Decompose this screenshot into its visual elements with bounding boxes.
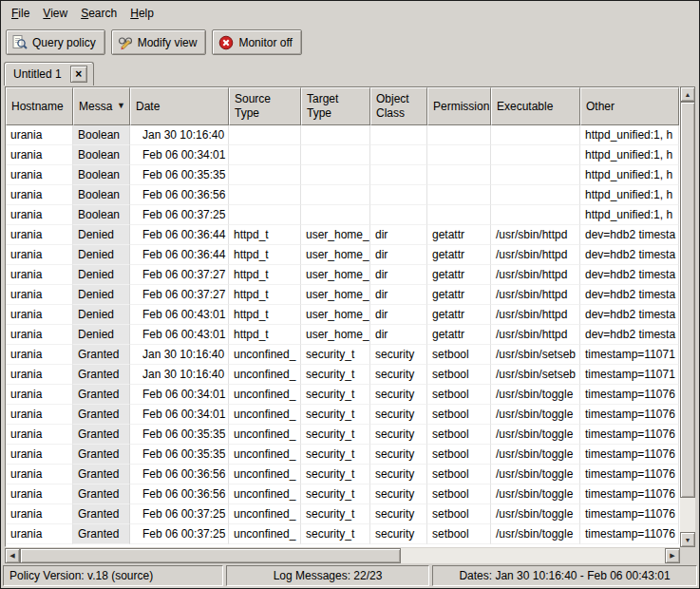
table-row[interactable]: uraniaDeniedFeb 06 00:36:44httpd_tuser_h… (6, 245, 679, 265)
table-row[interactable]: uraniaBooleanFeb 06 00:36:56httpd_unifie… (6, 185, 679, 205)
cell-permission: getattr (427, 305, 491, 325)
column-header-other[interactable]: Other (580, 87, 679, 125)
cell-source-type (229, 145, 301, 165)
menu-help[interactable]: Help (123, 4, 161, 23)
cell-executable: /usr/sbin/setseb (491, 345, 580, 365)
table-row[interactable]: uraniaBooleanFeb 06 00:34:01httpd_unifie… (6, 145, 679, 165)
table-row[interactable]: uraniaDeniedFeb 06 00:37:27httpd_tuser_h… (6, 285, 679, 305)
menu-file[interactable]: File (5, 4, 36, 23)
table-row[interactable]: uraniaGrantedFeb 06 00:37:25unconfined_s… (6, 524, 679, 544)
cell-hostname: urania (6, 365, 73, 385)
tab-untitled-1[interactable]: Untitled 1 × (4, 62, 94, 86)
cell-executable: /usr/sbin/httpd (491, 245, 580, 265)
table-row[interactable]: uraniaBooleanJan 30 10:16:40httpd_unifie… (6, 125, 679, 145)
cell-date: Feb 06 00:37:27 (130, 285, 229, 305)
table-row[interactable]: uraniaDeniedFeb 06 00:43:01httpd_tuser_h… (6, 325, 679, 345)
column-header-message[interactable]: Messa▼ (73, 87, 130, 125)
tab-close-button[interactable]: × (70, 66, 87, 83)
table-row[interactable]: uraniaGrantedFeb 06 00:34:01unconfined_s… (6, 405, 679, 425)
cell-permission (427, 185, 491, 205)
column-header-object-class[interactable]: Object Class (370, 87, 427, 125)
cell-object-class (370, 145, 427, 165)
cell-executable: /usr/sbin/httpd (491, 265, 580, 285)
cell-source-type (229, 205, 301, 225)
cell-object-class: security (370, 365, 427, 385)
cell-date: Feb 06 00:35:35 (130, 165, 229, 185)
cell-executable (491, 125, 580, 145)
cell-other: timestamp=11076 (580, 425, 679, 445)
cell-other: timestamp=11076 (580, 484, 679, 504)
cell-executable: /usr/sbin/toggle (491, 465, 580, 484)
scroll-up-button[interactable]: ▲ (680, 86, 695, 102)
cell-object-class: security (370, 484, 427, 504)
table-row[interactable]: uraniaGrantedFeb 06 00:34:01unconfined_s… (6, 385, 679, 405)
cell-object-class: dir (370, 245, 427, 265)
cell-hostname: urania (6, 145, 73, 165)
column-header-permission[interactable]: Permission (427, 87, 491, 125)
cell-source-type (229, 185, 301, 205)
modify-view-button[interactable]: Modify view (111, 29, 207, 55)
cell-executable: /usr/sbin/setseb (491, 365, 580, 385)
log-messages-text: Log Messages: 22/23 (274, 569, 383, 582)
cell-date: Jan 30 10:16:40 (130, 125, 229, 145)
column-label: Executable (497, 100, 553, 113)
table-row[interactable]: uraniaDeniedFeb 06 00:37:27httpd_tuser_h… (6, 265, 679, 285)
table-row[interactable]: uraniaDeniedFeb 06 00:43:01httpd_tuser_h… (6, 305, 679, 325)
scrollbar-corner (680, 548, 695, 563)
column-header-executable[interactable]: Executable (491, 87, 580, 125)
vertical-scroll-thumb[interactable] (680, 102, 695, 498)
cell-hostname: urania (6, 524, 73, 544)
cell-other: httpd_unified:1, h (580, 145, 679, 165)
monitor-off-button[interactable]: Monitor off (212, 29, 301, 55)
menu-search[interactable]: Search (74, 4, 123, 23)
table-row[interactable]: uraniaDeniedFeb 06 00:36:44httpd_tuser_h… (6, 225, 679, 245)
cell-target-type: security_t (301, 425, 370, 445)
cell-message: Granted (73, 405, 130, 425)
column-header-source-type[interactable]: Source Type (229, 87, 301, 125)
vertical-scroll-track[interactable] (680, 102, 695, 532)
table-row[interactable]: uraniaBooleanFeb 06 00:35:35httpd_unifie… (6, 165, 679, 185)
scroll-down-button[interactable]: ▼ (680, 532, 695, 547)
cell-permission: getattr (427, 225, 491, 245)
horizontal-scroll-thumb[interactable] (20, 548, 401, 563)
table-row[interactable]: uraniaGrantedFeb 06 00:35:35unconfined_s… (6, 425, 679, 445)
cell-other: dev=hdb2 timesta (580, 265, 679, 285)
column-header-hostname[interactable]: Hostname (6, 87, 73, 125)
cell-source-type: unconfined_ (229, 465, 301, 484)
column-header-date[interactable]: Date (130, 87, 229, 125)
cell-message: Boolean (73, 165, 130, 185)
horizontal-scroll-track[interactable] (20, 548, 665, 563)
cell-target-type: security_t (301, 465, 370, 484)
table-row[interactable]: uraniaGrantedFeb 06 00:37:25unconfined_s… (6, 504, 679, 524)
cell-object-class (370, 165, 427, 185)
table-row[interactable]: uraniaGrantedJan 30 10:16:40unconfined_s… (6, 365, 679, 385)
query-policy-button[interactable]: Query policy (6, 29, 105, 55)
table-row[interactable]: uraniaGrantedFeb 06 00:36:56unconfined_s… (6, 484, 679, 504)
scroll-left-button[interactable]: ◀ (5, 548, 20, 563)
horizontal-scrollbar[interactable]: ◀ ▶ (5, 548, 680, 563)
cell-source-type: unconfined_ (229, 484, 301, 504)
cell-hostname: urania (6, 325, 73, 345)
cell-source-type: unconfined_ (229, 504, 301, 524)
cell-object-class: security (370, 445, 427, 465)
column-header-target-type[interactable]: Target Type (301, 87, 370, 125)
cell-source-type: httpd_t (229, 225, 301, 245)
cell-other: dev=hdb2 timesta (580, 245, 679, 265)
cell-date: Feb 06 00:35:35 (130, 445, 229, 465)
menu-view[interactable]: View (36, 4, 74, 23)
table-row[interactable]: uraniaBooleanFeb 06 00:37:25httpd_unifie… (6, 205, 679, 225)
cell-permission: setbool (427, 385, 491, 405)
cell-date: Feb 06 00:37:25 (130, 205, 229, 225)
table-row[interactable]: uraniaGrantedJan 30 10:16:40unconfined_s… (6, 345, 679, 365)
cell-target-type: user_home_ (301, 285, 370, 305)
column-label: Permission (433, 100, 489, 113)
vertical-scrollbar[interactable]: ▲ ▼ (680, 86, 695, 547)
table-row[interactable]: uraniaGrantedFeb 06 00:36:56unconfined_s… (6, 465, 679, 484)
cell-source-type: unconfined_ (229, 445, 301, 465)
table-row[interactable]: uraniaGrantedFeb 06 00:35:35unconfined_s… (6, 445, 679, 465)
cell-target-type: security_t (301, 504, 370, 524)
cell-target-type: user_home_ (301, 245, 370, 265)
cell-source-type: httpd_t (229, 285, 301, 305)
cell-hostname: urania (6, 484, 73, 504)
scroll-right-button[interactable]: ▶ (665, 548, 680, 563)
